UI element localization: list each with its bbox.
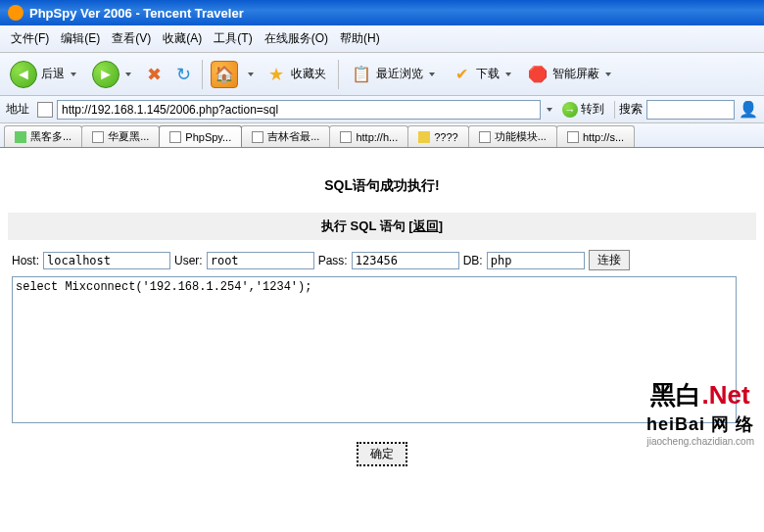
address-label: 地址 bbox=[6, 101, 29, 118]
user-input[interactable] bbox=[207, 252, 314, 269]
stop-button[interactable]: ✖ bbox=[143, 64, 165, 85]
menu-file[interactable]: 文件(F) bbox=[6, 28, 54, 49]
pass-input[interactable] bbox=[352, 252, 459, 269]
go-label: 转到 bbox=[581, 101, 604, 118]
shield-icon: 🛑 bbox=[527, 64, 549, 85]
main-toolbar: ◄ 后退 ► ✖ ↻ 🏠 ★ 收藏夹 📋 最近浏览 ✔ 下载 🛑 智能屏蔽 bbox=[0, 53, 764, 96]
address-input[interactable] bbox=[57, 100, 541, 120]
db-label: DB: bbox=[463, 254, 483, 267]
tab-icon bbox=[169, 131, 181, 143]
success-message: SQL语句成功执行! bbox=[8, 177, 756, 195]
window-title: PhpSpy Ver 2006 - Tencent Traveler bbox=[29, 6, 244, 21]
menu-edit[interactable]: 编辑(E) bbox=[56, 28, 105, 49]
download-button[interactable]: ✔ 下载 bbox=[447, 62, 515, 87]
separator bbox=[202, 60, 203, 89]
tab-4[interactable]: http://h... bbox=[329, 125, 408, 147]
menu-help[interactable]: 帮助(H) bbox=[335, 28, 385, 49]
menu-bar: 文件(F) 编辑(E) 查看(V) 收藏(A) 工具(T) 在线服务(O) 帮助… bbox=[0, 25, 764, 53]
shield-button[interactable]: 🛑 智能屏蔽 bbox=[523, 62, 615, 87]
page-content: SQL语句成功执行! 执行 SQL 语句 [返回] Host: User: Pa… bbox=[0, 148, 764, 476]
tab-icon bbox=[567, 131, 579, 143]
go-icon: → bbox=[562, 102, 578, 118]
connect-button[interactable]: 连接 bbox=[589, 250, 630, 270]
favorites-label: 收藏夹 bbox=[291, 66, 326, 82]
forward-icon: ► bbox=[92, 61, 119, 88]
tab-icon bbox=[92, 131, 104, 143]
chevron-down-icon bbox=[71, 73, 76, 76]
app-icon bbox=[8, 5, 24, 21]
tab-icon bbox=[252, 131, 263, 143]
menu-favorites[interactable]: 收藏(A) bbox=[158, 28, 207, 49]
chevron-down-icon[interactable] bbox=[547, 108, 552, 112]
chevron-down-icon bbox=[605, 73, 611, 76]
chevron-down-icon bbox=[429, 73, 435, 76]
tabs-bar: 黑客多... 华夏黑... PhpSpy... 吉林省最... http://h… bbox=[0, 123, 764, 148]
tab-icon bbox=[15, 131, 26, 143]
address-bar: 地址 → 转到 搜索 👤 bbox=[0, 96, 764, 123]
menu-view[interactable]: 查看(V) bbox=[107, 28, 156, 49]
shield-label: 智能屏蔽 bbox=[552, 66, 599, 82]
submit-row: 确定 bbox=[8, 442, 756, 466]
host-input[interactable] bbox=[43, 252, 170, 269]
tab-7[interactable]: http://s... bbox=[556, 125, 635, 147]
db-connection-row: Host: User: Pass: DB: 连接 bbox=[8, 250, 756, 276]
back-label: 后退 bbox=[41, 66, 65, 82]
sql-textarea[interactable] bbox=[12, 276, 737, 423]
search-label: 搜索 bbox=[619, 101, 643, 118]
back-button[interactable]: ◄ 后退 bbox=[6, 59, 80, 90]
chevron-down-icon bbox=[505, 73, 511, 76]
recent-label: 最近浏览 bbox=[376, 66, 423, 82]
tab-3[interactable]: 吉林省最... bbox=[241, 125, 330, 147]
user-label: User: bbox=[174, 254, 203, 267]
tab-1[interactable]: 华夏黑... bbox=[81, 125, 160, 147]
db-input[interactable] bbox=[487, 252, 585, 269]
menu-tools[interactable]: 工具(T) bbox=[209, 28, 257, 49]
download-icon: ✔ bbox=[451, 64, 472, 85]
tab-icon bbox=[479, 131, 491, 143]
recent-button[interactable]: 📋 最近浏览 bbox=[347, 62, 439, 87]
page-icon bbox=[37, 102, 53, 118]
go-button[interactable]: → 转到 bbox=[556, 99, 610, 120]
user-icon[interactable]: 👤 bbox=[739, 100, 758, 120]
tab-icon bbox=[418, 131, 430, 143]
window-titlebar: PhpSpy Ver 2006 - Tencent Traveler bbox=[0, 0, 764, 25]
tab-icon bbox=[340, 131, 352, 143]
history-icon: 📋 bbox=[351, 64, 372, 85]
chevron-down-icon bbox=[125, 73, 131, 76]
tab-2-active[interactable]: PhpSpy... bbox=[159, 125, 242, 147]
search-input[interactable] bbox=[646, 100, 735, 120]
menu-online[interactable]: 在线服务(O) bbox=[260, 28, 333, 49]
home-button[interactable]: 🏠 bbox=[211, 61, 238, 88]
section-header: 执行 SQL 语句 [返回] bbox=[8, 213, 756, 240]
host-label: Host: bbox=[12, 254, 39, 267]
favorites-button[interactable]: ★ 收藏夹 bbox=[262, 62, 330, 87]
star-icon: ★ bbox=[265, 64, 287, 85]
pass-label: Pass: bbox=[318, 254, 348, 267]
download-label: 下载 bbox=[476, 66, 500, 82]
submit-button[interactable]: 确定 bbox=[357, 442, 407, 466]
refresh-button[interactable]: ↻ bbox=[172, 64, 194, 85]
separator bbox=[338, 60, 339, 89]
back-icon: ◄ bbox=[10, 61, 37, 88]
tab-0[interactable]: 黑客多... bbox=[4, 125, 82, 147]
tab-6[interactable]: 功能模块... bbox=[468, 125, 557, 147]
chevron-down-icon[interactable] bbox=[248, 73, 254, 76]
forward-button[interactable]: ► bbox=[88, 59, 135, 90]
back-link[interactable]: 返回 bbox=[413, 218, 439, 233]
tab-5[interactable]: ???? bbox=[407, 125, 468, 147]
separator bbox=[614, 101, 615, 119]
